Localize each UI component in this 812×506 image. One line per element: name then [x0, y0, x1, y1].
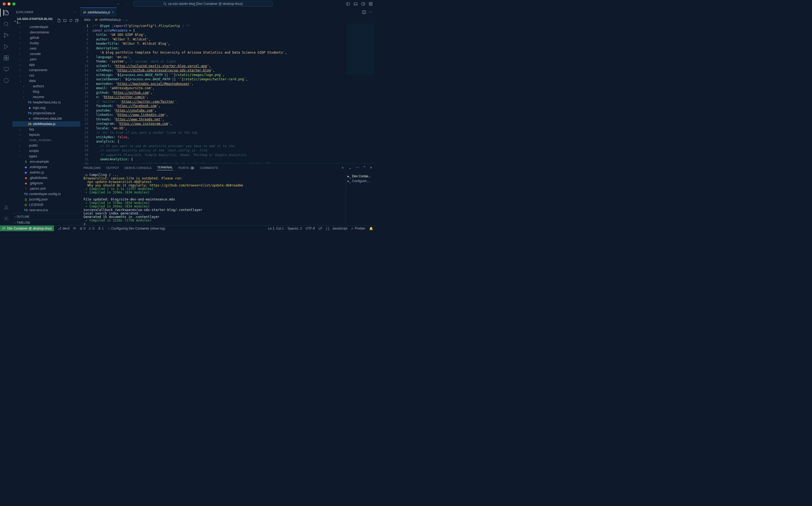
tab-problems[interactable]: PROBLEMS: [84, 166, 101, 169]
panel-close-icon[interactable]: ×: [370, 165, 372, 170]
explorer-icon[interactable]: [3, 10, 9, 16]
eol[interactable]: LF: [319, 227, 323, 230]
panel-more-icon[interactable]: ⋯: [355, 165, 359, 170]
folder-item[interactable]: ›.contentlayer: [12, 24, 80, 30]
prettier-status[interactable]: ✓Prettier: [351, 227, 365, 230]
folder-item[interactable]: ›css: [12, 73, 80, 78]
file-item[interactable]: JSsiteMetadata.js: [12, 121, 80, 126]
folder-item[interactable]: ›.github: [12, 35, 80, 40]
file-item[interactable]: {}jsconfig.json: [12, 197, 80, 202]
folder-item[interactable]: ›layouts: [12, 132, 80, 138]
folder-item[interactable]: ›components: [12, 67, 80, 73]
workspace-folder-header[interactable]: ⌄ UA-SDS-STARTER-BLOG [...: [12, 17, 80, 24]
file-item[interactable]: TSnext-env.d.ts: [12, 207, 80, 213]
new-file-icon[interactable]: [57, 19, 61, 22]
remote-explorer-icon[interactable]: [3, 66, 9, 72]
folder-item[interactable]: ›authors: [12, 84, 80, 89]
terminal-output[interactable]: ○ Compiling / ... Browserslist: caniuse-…: [80, 172, 346, 225]
tab-ports[interactable]: PORTS1: [178, 166, 194, 169]
folder-item[interactable]: ›resume: [12, 94, 80, 100]
collapse-all-icon[interactable]: [75, 19, 79, 22]
file-item[interactable]: TSprojectsData.ts: [12, 110, 80, 116]
new-terminal-icon[interactable]: ＋: [341, 165, 345, 170]
folder-item[interactable]: ›app: [12, 62, 80, 67]
split-editor-icon[interactable]: [362, 10, 366, 14]
refresh-icon[interactable]: [69, 19, 73, 22]
folder-item[interactable]: ›.devcontainer: [12, 30, 80, 35]
configuring-status[interactable]: ◌Configuring Dev Container (show log): [107, 227, 165, 230]
folder-item[interactable]: ›.yarn: [12, 57, 80, 62]
terminal-dropdown-icon[interactable]: ⌄: [348, 165, 352, 170]
ports-status[interactable]: ⇵1: [98, 227, 104, 230]
folder-item[interactable]: ›.husky: [12, 40, 80, 46]
minimize-window-button[interactable]: [8, 2, 10, 5]
problems-status[interactable]: ⊘0 ⚠0: [80, 227, 94, 230]
cursor-position[interactable]: Ln 1, Col 1: [268, 227, 284, 230]
file-item[interactable]: ◉.eslintignore: [12, 164, 80, 170]
tab-comments[interactable]: COMMENTS: [200, 166, 218, 169]
layout-panel-icon[interactable]: [354, 2, 358, 6]
terminal-item-configuring[interactable]: ▸_Configurin…: [347, 179, 375, 183]
language-mode[interactable]: { } JavaScript: [326, 227, 348, 230]
search-activity-icon[interactable]: [3, 21, 9, 27]
panel-maximize-icon[interactable]: ⌃: [363, 165, 366, 170]
explorer-more-icon[interactable]: ⋯: [74, 10, 77, 14]
file-item[interactable]: ◆.gitignore: [12, 180, 80, 186]
breadcrumbs[interactable]: data › JS siteMetadata.js › ...: [80, 17, 375, 23]
source-control-icon[interactable]: [3, 32, 9, 38]
layout-sidebar-right-icon[interactable]: [361, 2, 365, 6]
nav-forward-icon[interactable]: →: [125, 2, 128, 6]
file-item[interactable]: TSheaderNavLinks.ts: [12, 100, 80, 105]
breadcrumb-item[interactable]: ...: [125, 18, 128, 21]
folder-item[interactable]: ›scripts: [12, 148, 80, 154]
remote-indicator[interactable]: ⮂ Dev Container @ desktop-linux: [0, 226, 54, 232]
settings-gear-icon[interactable]: [3, 216, 9, 222]
folder-item[interactable]: ⌄data: [12, 78, 80, 84]
file-item[interactable]: ⚖LICENSE: [12, 202, 80, 207]
encoding[interactable]: UTF-8: [306, 227, 315, 230]
notifications-icon[interactable]: 🔔: [369, 227, 373, 230]
command-center[interactable]: ua-sds-starter-blog [Dev Container @ des…: [133, 1, 273, 7]
maximize-window-button[interactable]: [12, 2, 15, 5]
run-debug-icon[interactable]: [3, 44, 9, 50]
timeline-section[interactable]: › TIMELINE: [12, 219, 80, 225]
customize-layout-icon[interactable]: [369, 2, 373, 6]
file-item[interactable]: $.env.example: [12, 159, 80, 164]
nav-back-icon[interactable]: ←: [117, 2, 120, 6]
accounts-icon[interactable]: [3, 205, 9, 211]
tab-close-icon[interactable]: ×: [112, 10, 114, 14]
indentation[interactable]: Spaces: 2: [287, 227, 302, 230]
github-icon[interactable]: [3, 78, 9, 84]
file-item[interactable]: TScontentlayer.config.ts: [12, 191, 80, 197]
minimap[interactable]: [346, 23, 375, 163]
editor-body[interactable]: 1234567891011121314151617181920212223242…: [80, 23, 375, 163]
outline-section[interactable]: › OUTLINE: [12, 214, 80, 219]
editor-more-icon[interactable]: ⋯: [369, 10, 372, 14]
folder-item[interactable]: ›node_modules: [12, 138, 80, 143]
folder-item[interactable]: ›.vscode: [12, 51, 80, 57]
code-content[interactable]: /** @type {import("pliny/config").PlinyC…: [92, 23, 346, 163]
folder-item[interactable]: ›faq: [12, 126, 80, 132]
file-item[interactable]: !.yarnrc.yml: [12, 186, 80, 191]
new-folder-icon[interactable]: [63, 19, 67, 22]
git-branch[interactable]: ⎇dev3: [58, 227, 70, 230]
folder-item[interactable]: ›blog: [12, 89, 80, 94]
git-sync[interactable]: ⟳: [73, 227, 76, 230]
file-item[interactable]: ◆logo.svg: [12, 105, 80, 110]
file-item[interactable]: ◉.eslintrc.js: [12, 170, 80, 175]
close-window-button[interactable]: [3, 2, 6, 5]
tab-terminal[interactable]: TERMINAL: [157, 166, 173, 170]
folder-item[interactable]: ›public: [12, 143, 80, 148]
tab-debug-console[interactable]: DEBUG CONSOLE: [124, 166, 152, 169]
file-item[interactable]: ◆.gitattributes: [12, 175, 80, 180]
breadcrumb-item[interactable]: data: [84, 18, 90, 21]
tab-output[interactable]: OUTPUT: [106, 166, 119, 169]
folder-item[interactable]: ›types: [12, 154, 80, 159]
file-tree[interactable]: ›.contentlayer›.devcontainer›.github›.hu…: [12, 24, 80, 214]
breadcrumb-item[interactable]: siteMetadata.js: [99, 18, 121, 21]
file-item[interactable]: ≡references-data.bib: [12, 116, 80, 121]
extensions-icon[interactable]: [3, 55, 9, 61]
folder-item[interactable]: ›.next: [12, 46, 80, 51]
tab-sitemetadata[interactable]: JS siteMetadata.js ×: [80, 8, 117, 17]
layout-sidebar-left-icon[interactable]: [346, 2, 350, 6]
